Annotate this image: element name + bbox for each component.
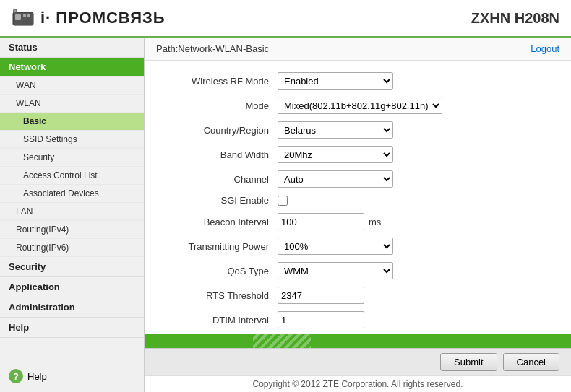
sidebar-item-help[interactable]: Help	[0, 318, 144, 338]
help-section[interactable]: ? Help	[0, 360, 144, 392]
footer-bar	[145, 334, 571, 348]
transmitting-label: Transmitting Power	[162, 241, 278, 252]
dtim-input[interactable]	[278, 311, 364, 328]
qos-select[interactable]: WMM None	[278, 262, 393, 279]
beacon-row: Beacon Interval ms	[162, 213, 554, 230]
rts-input[interactable]	[278, 287, 364, 304]
bandwidth-label: Band Width	[162, 149, 278, 160]
logo-icon	[12, 6, 35, 30]
sidebar-item-acl[interactable]: Access Control List	[0, 167, 144, 185]
sidebar-item-administration[interactable]: Administration	[0, 297, 144, 318]
rts-label: RTS Threshold	[162, 290, 278, 301]
sidebar-item-application[interactable]: Application	[0, 277, 144, 297]
mode-row: Mode Mixed(802.11b+802.11g+802.11n) 802.…	[162, 97, 554, 114]
sgi-checkbox[interactable]	[278, 196, 288, 206]
bandwidth-row: Band Width 20Mhz 40Mhz	[162, 146, 554, 163]
copyright-text: Copyright © 2012 ZTE Corporation. All ri…	[253, 379, 463, 389]
channel-label: Channel	[162, 174, 278, 185]
footer-stripe	[253, 334, 311, 348]
svg-rect-2	[23, 14, 26, 17]
sidebar-item-associated[interactable]: Associated Devices	[0, 185, 144, 203]
path-bar: Path:Network-WLAN-Basic Logout	[145, 38, 571, 61]
sidebar-item-wlan[interactable]: WLAN	[0, 95, 144, 113]
copyright-bar: Copyright © 2012 ZTE Corporation. All ri…	[145, 375, 571, 392]
qos-label: QoS Type	[162, 266, 278, 276]
bandwidth-select[interactable]: 20Mhz 40Mhz	[278, 146, 393, 163]
submit-button[interactable]: Submit	[440, 353, 497, 371]
mode-select[interactable]: Mixed(802.11b+802.11g+802.11n) 802.11b o…	[278, 97, 442, 114]
sidebar-item-lan[interactable]: LAN	[0, 203, 144, 221]
country-select[interactable]: Belarus Russia Ukraine	[278, 121, 393, 139]
breadcrumb: Path:Network-WLAN-Basic	[156, 43, 269, 54]
svg-rect-1	[15, 14, 21, 20]
beacon-input[interactable]	[278, 213, 364, 230]
transmitting-select[interactable]: 100% 75% 50% 25%	[278, 238, 393, 255]
dtim-row: DTIM Interval	[162, 311, 554, 328]
svg-rect-3	[27, 14, 30, 17]
help-icon: ?	[9, 369, 23, 383]
content-area: Path:Network-WLAN-Basic Logout Wireless …	[145, 38, 571, 392]
sidebar-item-wan[interactable]: WAN	[0, 77, 144, 95]
beacon-suffix: ms	[369, 217, 381, 227]
form-area: Wireless RF Mode Enabled Disabled Mode M…	[145, 61, 571, 334]
sidebar-item-routing-ipv6[interactable]: Routing(IPv6)	[0, 239, 144, 257]
sidebar-item-routing-ipv4[interactable]: Routing(IPv4)	[0, 221, 144, 239]
sidebar-item-network[interactable]: Network	[0, 58, 144, 77]
sidebar-item-security[interactable]: Security	[0, 257, 144, 277]
header: і· ПРОМСВЯЗЬ ZXHN H208N	[0, 0, 571, 38]
logo-area: і· ПРОМСВЯЗЬ	[12, 6, 166, 30]
wireless-rf-mode-select[interactable]: Enabled Disabled	[278, 72, 393, 90]
cancel-button[interactable]: Cancel	[503, 353, 559, 371]
mode-label: Mode	[162, 100, 278, 111]
sgi-row: SGI Enable	[162, 195, 554, 206]
logo-text: і· ПРОМСВЯЗЬ	[40, 9, 166, 27]
rts-row: RTS Threshold	[162, 287, 554, 304]
button-bar: Submit Cancel	[145, 348, 571, 375]
wireless-rf-mode-row: Wireless RF Mode Enabled Disabled	[162, 72, 554, 90]
sidebar-item-basic[interactable]: Basic	[0, 113, 144, 131]
qos-row: QoS Type WMM None	[162, 262, 554, 279]
beacon-label: Beacon Interval	[162, 217, 278, 227]
help-button-label: Help	[27, 371, 47, 382]
transmitting-row: Transmitting Power 100% 75% 50% 25%	[162, 238, 554, 255]
logout-link[interactable]: Logout	[531, 43, 559, 54]
sidebar: Status Network WAN WLAN Basic SSID Setti…	[0, 38, 145, 392]
sidebar-item-security-sub[interactable]: Security	[0, 149, 144, 167]
dtim-label: DTIM Interval	[162, 315, 278, 326]
country-row: Country/Region Belarus Russia Ukraine	[162, 121, 554, 139]
sidebar-item-ssid[interactable]: SSID Settings	[0, 131, 144, 149]
svg-point-5	[14, 10, 17, 12]
channel-row: Channel Auto 1234 5678 910111213	[162, 170, 554, 188]
wireless-rf-mode-label: Wireless RF Mode	[162, 76, 278, 87]
channel-select[interactable]: Auto 1234 5678 910111213	[278, 170, 393, 188]
device-name: ZXHN H208N	[471, 10, 559, 27]
country-label: Country/Region	[162, 125, 278, 136]
sgi-label: SGI Enable	[162, 195, 278, 206]
sidebar-item-status[interactable]: Status	[0, 38, 144, 58]
